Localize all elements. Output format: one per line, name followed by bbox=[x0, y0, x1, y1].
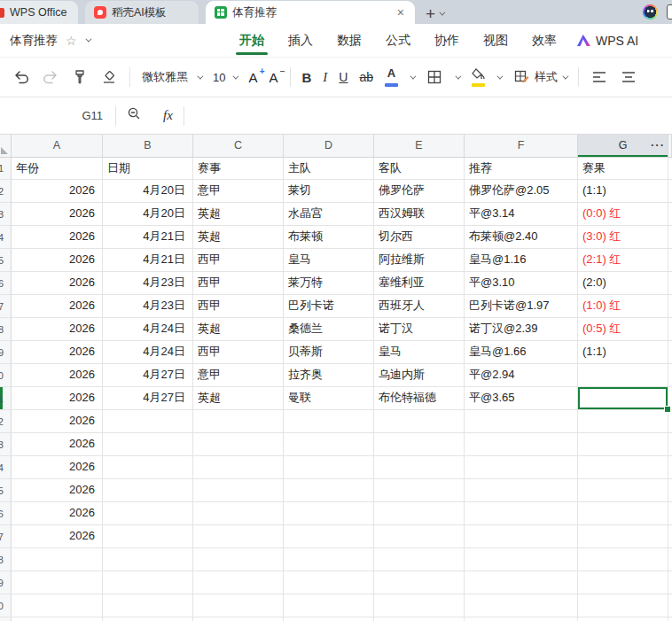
menu-data[interactable]: 数据 bbox=[333, 24, 365, 57]
cell-A6[interactable]: 2026 bbox=[12, 272, 103, 294]
row-header-15[interactable]: 15 bbox=[0, 479, 12, 501]
cell-B12[interactable] bbox=[103, 410, 193, 432]
cell-A16[interactable]: 2026 bbox=[12, 502, 103, 524]
cell-A17[interactable]: 2026 bbox=[12, 525, 103, 547]
cell-C17[interactable] bbox=[193, 525, 284, 547]
cell-B1[interactable]: 日期 bbox=[103, 158, 193, 179]
cell-D21[interactable] bbox=[284, 617, 374, 621]
row-header-1[interactable]: 1 bbox=[0, 158, 12, 179]
cell-E21[interactable] bbox=[374, 617, 465, 621]
cell-E20[interactable] bbox=[374, 594, 465, 617]
row-header-19[interactable]: 19 bbox=[0, 571, 12, 594]
cell-G17[interactable] bbox=[578, 525, 668, 547]
column-header-G[interactable]: G ··· bbox=[578, 135, 668, 157]
cell-E1[interactable]: 客队 bbox=[374, 158, 465, 179]
cell-E13[interactable] bbox=[374, 433, 465, 455]
cell-F8[interactable]: 诺丁汉@2.39 bbox=[465, 318, 578, 340]
cell-C9[interactable]: 西甲 bbox=[193, 341, 284, 363]
profile-avatar-icon[interactable] bbox=[643, 4, 658, 19]
cell-C7[interactable]: 西甲 bbox=[193, 295, 284, 317]
row-header-7[interactable]: 7 bbox=[0, 295, 12, 317]
cell-D18[interactable] bbox=[284, 548, 374, 571]
cell-B7[interactable]: 4月23日 bbox=[103, 295, 193, 317]
cell-B17[interactable] bbox=[103, 525, 193, 547]
cell-A21[interactable] bbox=[12, 617, 103, 621]
window-control-icon[interactable] bbox=[667, 4, 672, 19]
cell-C4[interactable]: 英超 bbox=[193, 226, 284, 248]
cell-D13[interactable] bbox=[284, 433, 374, 455]
cell-E11[interactable]: 布伦特福德 bbox=[374, 387, 465, 409]
cell-C18[interactable] bbox=[193, 548, 284, 571]
column-header-A[interactable]: A bbox=[12, 135, 103, 157]
cell-G3[interactable]: (0:0) 红 bbox=[578, 203, 668, 225]
cell-G5[interactable]: (2:1) 红 bbox=[578, 249, 668, 271]
cell-A15[interactable]: 2026 bbox=[12, 479, 103, 501]
cell-C19[interactable] bbox=[193, 571, 284, 594]
cell-A14[interactable]: 2026 bbox=[12, 456, 103, 478]
cell-C10[interactable]: 意甲 bbox=[193, 364, 284, 386]
cell-D6[interactable]: 莱万特 bbox=[284, 272, 374, 294]
cell-F3[interactable]: 平@3.14 bbox=[465, 203, 578, 225]
cell-D4[interactable]: 布莱顿 bbox=[284, 226, 374, 248]
cell-G11[interactable] bbox=[578, 387, 668, 409]
increase-font-button[interactable]: A+ bbox=[248, 70, 257, 85]
cell-E9[interactable]: 皇马 bbox=[374, 341, 465, 363]
cell-E8[interactable]: 诺丁汉 bbox=[374, 318, 465, 340]
cell-A7[interactable]: 2026 bbox=[12, 295, 103, 317]
column-header-D[interactable]: D bbox=[284, 135, 374, 157]
cell-A11[interactable]: 2026 bbox=[12, 387, 103, 409]
cell-G9[interactable]: (1:1) bbox=[578, 341, 668, 363]
cell-C6[interactable]: 西甲 bbox=[193, 272, 284, 294]
formula-input[interactable] bbox=[184, 97, 672, 134]
cell-E14[interactable] bbox=[374, 456, 465, 478]
favorite-star-icon[interactable]: ☆ bbox=[66, 34, 77, 48]
row-header-12[interactable]: 12 bbox=[0, 410, 12, 432]
row-header-4[interactable]: 4 bbox=[0, 226, 12, 248]
cell-D17[interactable] bbox=[284, 525, 374, 547]
italic-button[interactable]: I bbox=[323, 70, 327, 85]
cell-G6[interactable]: (2:0) bbox=[578, 272, 668, 294]
tab-wps-office[interactable]: WPS Office bbox=[0, 1, 78, 24]
cell-A3[interactable]: 2026 bbox=[12, 203, 103, 225]
cell-E3[interactable]: 西汉姆联 bbox=[374, 203, 465, 225]
cell-F10[interactable]: 平@2.94 bbox=[465, 364, 578, 386]
more-columns-icon[interactable]: ··· bbox=[651, 134, 665, 156]
cell-B2[interactable]: 4月20日 bbox=[103, 180, 193, 202]
cell-D7[interactable]: 巴列卡诺 bbox=[284, 295, 374, 317]
menu-efficiency[interactable]: 效率 bbox=[528, 24, 560, 57]
row-header-11[interactable]: 11 bbox=[0, 387, 12, 409]
cell-F5[interactable]: 皇马@1.16 bbox=[465, 249, 578, 271]
column-header-E[interactable]: E bbox=[374, 135, 465, 157]
menu-collaborate[interactable]: 协作 bbox=[431, 24, 463, 57]
font-family-select[interactable]: 微软雅黑 bbox=[142, 69, 201, 85]
borders-chevron-icon[interactable] bbox=[455, 73, 461, 79]
row-header-16[interactable]: 16 bbox=[0, 502, 12, 524]
cell-B8[interactable]: 4月24日 bbox=[103, 318, 193, 340]
cell-A5[interactable]: 2026 bbox=[12, 249, 103, 271]
cell-D11[interactable]: 曼联 bbox=[284, 387, 374, 409]
column-header-F[interactable]: F bbox=[465, 135, 578, 157]
menu-home[interactable]: 开始 bbox=[236, 24, 268, 57]
cell-A1[interactable]: 年份 bbox=[12, 158, 103, 179]
font-color-chevron-icon[interactable] bbox=[410, 73, 416, 79]
menu-wps-ai[interactable]: WPS AI bbox=[577, 34, 638, 48]
cell-D2[interactable]: 莱切 bbox=[284, 180, 374, 202]
menu-formula[interactable]: 公式 bbox=[382, 24, 414, 57]
cell-F14[interactable] bbox=[465, 456, 578, 478]
cell-C3[interactable]: 英超 bbox=[193, 203, 284, 225]
cell-E16[interactable] bbox=[374, 502, 465, 524]
cell-C21[interactable] bbox=[193, 617, 284, 621]
row-header-14[interactable]: 14 bbox=[0, 456, 12, 478]
cell-E5[interactable]: 阿拉维斯 bbox=[374, 249, 465, 271]
cell-E4[interactable]: 切尔西 bbox=[374, 226, 465, 248]
column-header-B[interactable]: B bbox=[103, 135, 193, 157]
cell-A18[interactable] bbox=[12, 548, 103, 571]
row-header-6[interactable]: 6 bbox=[0, 272, 12, 294]
undo-button[interactable] bbox=[12, 68, 30, 86]
title-chevron-icon[interactable] bbox=[85, 36, 91, 43]
column-header-C[interactable]: C bbox=[193, 135, 284, 157]
cell-B19[interactable] bbox=[103, 571, 193, 594]
row-header-8[interactable]: 8 bbox=[0, 318, 12, 340]
cell-style-button[interactable]: 样式 bbox=[512, 68, 567, 86]
cell-D5[interactable]: 皇马 bbox=[284, 249, 374, 271]
